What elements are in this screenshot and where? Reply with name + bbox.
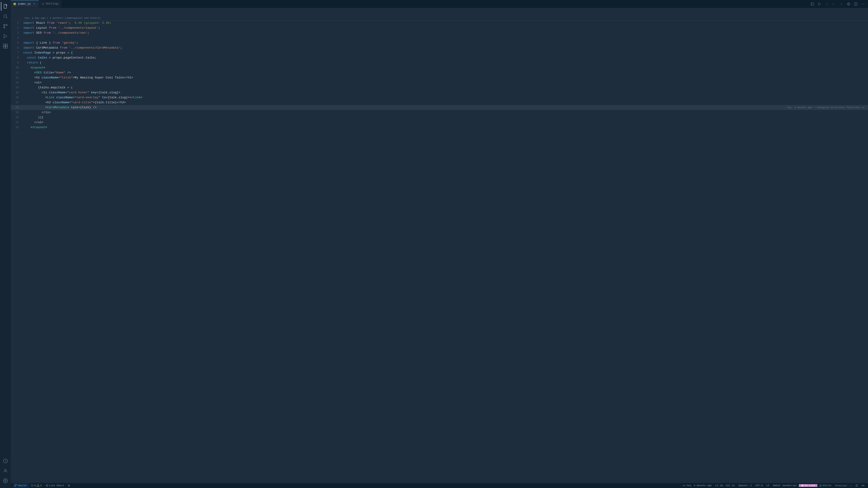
- go-forward-button[interactable]: [838, 1, 844, 7]
- code-line-11[interactable]: 11 <SEO title="Home" />: [11, 70, 868, 75]
- go-back-button[interactable]: [824, 1, 830, 7]
- code-line-3[interactable]: 3import SEO from '../components/seo';: [11, 31, 868, 35]
- code-line-5[interactable]: 5import { Link } from 'gatsby';: [11, 40, 868, 45]
- code-line-6[interactable]: 6import CardMetadata from '../components…: [11, 45, 868, 51]
- encoding-item[interactable]: UTF-8: [754, 484, 765, 487]
- open-remote-button[interactable]: [845, 1, 852, 7]
- code-line-12[interactable]: 12 <h1 className="title">My Amazing Supe…: [11, 75, 868, 80]
- tab-bar: js index.js × Settings: [11, 0, 868, 8]
- blame-header-text: You, a day ago | 2 authors (jamesqquick …: [24, 17, 101, 20]
- code-line-15[interactable]: 15 <li className="card hover" key={talk.…: [11, 90, 868, 95]
- svg-point-1: [4, 15, 7, 18]
- code-line-14[interactable]: 14 {talks.map(talk ⇒ (: [11, 85, 868, 90]
- code-line-9[interactable]: 9 return (: [11, 60, 868, 65]
- split-editor-button[interactable]: [852, 1, 859, 7]
- code-line-1[interactable]: 1import React from 'react'; 8.4K (gzippe…: [11, 21, 868, 26]
- svg-rect-8: [6, 44, 7, 46]
- line-number-8: 8: [11, 55, 23, 60]
- position-item[interactable]: Ln 18, Col 41: [713, 484, 737, 487]
- code-line-19[interactable]: 19 </li>: [11, 110, 868, 115]
- svg-point-11: [4, 469, 6, 471]
- editor-area: You, a day ago | 2 authors (jamesqquick …: [11, 16, 868, 488]
- eslint-item[interactable]: ESLint: [817, 484, 834, 487]
- svg-point-33: [47, 484, 48, 485]
- code-content-2: import Layout from '../components/layout…: [23, 26, 864, 31]
- code-line-20[interactable]: 20 ))}: [11, 115, 868, 120]
- status-right: You, 4 months ago Ln 18, Col 41 Spaces: …: [681, 484, 866, 487]
- line-number-16: 16: [11, 95, 23, 100]
- svg-rect-9: [3, 46, 5, 48]
- git-commit-icon: [683, 484, 685, 487]
- line-ending-text: LF: [767, 484, 770, 487]
- go-live-label: Go Live: [805, 484, 815, 487]
- blame-inline-18: You, 4 months ago • Changing serverless …: [782, 105, 864, 110]
- account-icon[interactable]: [1, 466, 10, 475]
- encoding-text: UTF-8: [755, 484, 763, 487]
- line-number-2: 2: [11, 26, 23, 31]
- code-line-16[interactable]: 16 <Link className="card-overlay" to={ta…: [11, 95, 868, 100]
- code-line-2[interactable]: 2import Layout from '../components/layou…: [11, 26, 868, 31]
- code-line-7[interactable]: 7const IndexPage = props ⇒ {: [11, 51, 868, 55]
- live-share-label: Live Share: [49, 484, 64, 487]
- code-line-8[interactable]: 8 const talks = props.pageContext.talks;: [11, 55, 868, 60]
- remote-icon[interactable]: [1, 456, 10, 465]
- tab-label-settings: Settings: [46, 2, 59, 5]
- play-button[interactable]: [816, 1, 823, 7]
- svg-point-20: [863, 4, 863, 4]
- svg-point-24: [42, 4, 43, 4]
- code-line-22[interactable]: 22 </Layout>: [11, 125, 868, 130]
- spaces-item[interactable]: Spaces: 2: [737, 484, 753, 487]
- more-actions-button[interactable]: [860, 1, 866, 7]
- svg-point-3: [4, 24, 5, 26]
- svg-line-2: [6, 17, 7, 18]
- code-line-17[interactable]: 17 <h2 className="card-title">{talk.titl…: [11, 100, 868, 105]
- settings-icon[interactable]: [1, 476, 10, 485]
- code-line-4[interactable]: 4: [11, 35, 868, 40]
- git-info-item[interactable]: You, 4 months ago: [681, 484, 713, 487]
- warning-icon: [37, 484, 39, 487]
- tab-settings[interactable]: Settings: [39, 0, 62, 8]
- git-branch-item[interactable]: master: [13, 483, 29, 488]
- search-icon[interactable]: [1, 12, 10, 21]
- svg-rect-13: [811, 3, 814, 5]
- lightning-item[interactable]: [66, 483, 72, 488]
- code-content-13: <ul>: [23, 80, 864, 85]
- errors-item[interactable]: 0 0: [29, 483, 43, 488]
- code-content-21: </ul>: [23, 120, 864, 125]
- code-content-3: import SEO from '../components/seo';: [23, 31, 864, 35]
- go-live-item[interactable]: Go Live: [799, 484, 817, 487]
- notifications-item[interactable]: [854, 484, 860, 487]
- svg-point-19: [862, 4, 862, 4]
- svg-point-35: [47, 486, 48, 487]
- code-line-10[interactable]: 10 <Layout>: [11, 65, 868, 70]
- files-icon[interactable]: [1, 2, 10, 11]
- code-container[interactable]: 1import React from 'react'; 8.4K (gzippe…: [11, 21, 868, 488]
- broadcast-item[interactable]: [860, 484, 866, 487]
- toggle-sidebar-button[interactable]: [809, 1, 815, 7]
- code-line-13[interactable]: 13 <ul>: [11, 80, 868, 85]
- svg-rect-7: [3, 44, 5, 46]
- source-control-icon[interactable]: [1, 22, 10, 31]
- run-debug-icon[interactable]: [1, 32, 10, 41]
- svg-point-34: [46, 485, 46, 486]
- tab-close-index-js[interactable]: ×: [33, 2, 36, 6]
- activity-bar-bottom: [1, 456, 10, 488]
- line-number-21: 21: [11, 120, 23, 125]
- go-back-alt-button[interactable]: [831, 1, 837, 7]
- line-number-12: 12: [11, 75, 23, 80]
- live-share-item[interactable]: Live Share: [43, 483, 66, 488]
- code-content-20: ))}: [23, 115, 864, 120]
- warning-count: 0: [40, 484, 42, 487]
- line-ending-item[interactable]: LF: [765, 484, 771, 487]
- tab-index-js[interactable]: js index.js ×: [11, 0, 39, 8]
- code-line-21[interactable]: 21 </ul>: [11, 120, 868, 125]
- line-number-4: 4: [11, 35, 23, 40]
- tab-label-index-js: index.js: [18, 2, 31, 6]
- line-number-9: 9: [11, 60, 23, 65]
- code-content-5: import { Link } from 'gatsby';: [23, 40, 864, 45]
- code-content-14: {talks.map(talk ⇒ (: [23, 85, 864, 90]
- prettier-item[interactable]: Prettier: ✓: [833, 484, 854, 487]
- code-line-18[interactable]: 18 <CardMetadata talk={talk} />You, 4 mo…: [11, 105, 868, 110]
- language-item[interactable]: Babel JavaScript: [771, 484, 799, 487]
- extensions-icon[interactable]: [1, 41, 10, 51]
